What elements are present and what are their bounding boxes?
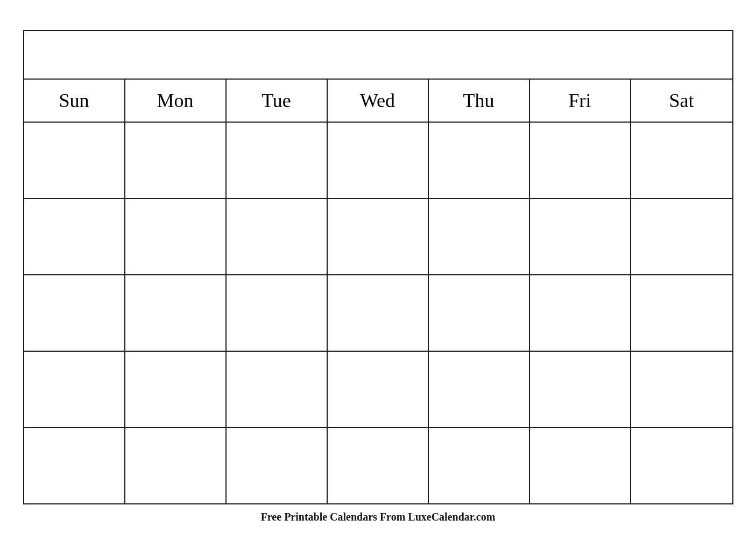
- cell-4-2[interactable]: [125, 352, 227, 427]
- cell-2-2[interactable]: [125, 199, 227, 274]
- cell-3-2[interactable]: [125, 275, 227, 351]
- cell-3-5[interactable]: [429, 275, 530, 351]
- cell-2-5[interactable]: [429, 199, 530, 274]
- cell-4-5[interactable]: [429, 352, 530, 427]
- calendar-container: Sun Mon Tue Wed Thu Fri Sat: [23, 30, 733, 504]
- cell-4-3[interactable]: [227, 352, 328, 427]
- cell-2-3[interactable]: [227, 199, 328, 274]
- day-header-wed: Wed: [328, 80, 429, 122]
- cell-5-6[interactable]: [530, 428, 631, 503]
- cell-1-4[interactable]: [328, 123, 429, 198]
- calendar-row-2: [24, 199, 732, 275]
- cell-5-2[interactable]: [125, 428, 227, 503]
- page-wrapper: Sun Mon Tue Wed Thu Fri Sat: [23, 19, 733, 529]
- calendar-title-row: [24, 31, 732, 80]
- cell-3-3[interactable]: [227, 275, 328, 351]
- cell-2-7[interactable]: [631, 199, 732, 274]
- cell-3-6[interactable]: [530, 275, 631, 351]
- cell-4-1[interactable]: [24, 352, 125, 427]
- cell-1-3[interactable]: [227, 123, 328, 198]
- cell-5-1[interactable]: [24, 428, 125, 503]
- cell-1-1[interactable]: [24, 123, 125, 198]
- cell-1-2[interactable]: [125, 123, 227, 198]
- day-header-thu: Thu: [429, 80, 530, 122]
- cell-1-6[interactable]: [530, 123, 631, 198]
- cell-3-7[interactable]: [631, 275, 732, 351]
- calendar-row-5: [24, 428, 732, 503]
- day-header-tue: Tue: [227, 80, 328, 122]
- day-header-fri: Fri: [530, 80, 631, 122]
- calendar-header: Sun Mon Tue Wed Thu Fri Sat: [24, 80, 732, 123]
- cell-5-3[interactable]: [227, 428, 328, 503]
- cell-4-4[interactable]: [328, 352, 429, 427]
- cell-2-1[interactable]: [24, 199, 125, 274]
- cell-2-6[interactable]: [530, 199, 631, 274]
- footer-text: Free Printable Calendars From LuxeCalend…: [261, 511, 496, 523]
- cell-4-6[interactable]: [530, 352, 631, 427]
- day-header-sat: Sat: [631, 80, 732, 122]
- cell-4-7[interactable]: [631, 352, 732, 427]
- day-header-sun: Sun: [24, 80, 125, 122]
- cell-2-4[interactable]: [328, 199, 429, 274]
- calendar-row-3: [24, 275, 732, 352]
- cell-5-5[interactable]: [429, 428, 530, 503]
- cell-5-4[interactable]: [328, 428, 429, 503]
- calendar-body: [24, 123, 732, 503]
- cell-3-1[interactable]: [24, 275, 125, 351]
- cell-1-7[interactable]: [631, 123, 732, 198]
- cell-1-5[interactable]: [429, 123, 530, 198]
- calendar-row-4: [24, 352, 732, 428]
- cell-3-4[interactable]: [328, 275, 429, 351]
- calendar-row-1: [24, 123, 732, 199]
- cell-5-7[interactable]: [631, 428, 732, 503]
- day-header-mon: Mon: [125, 80, 227, 122]
